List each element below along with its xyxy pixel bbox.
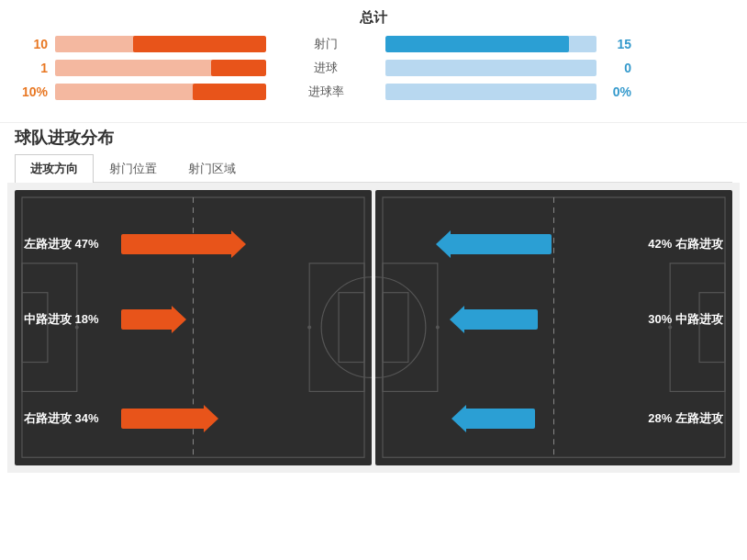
left-pitch-panel: 左路进攻 47% 中路进攻 18% 右路进攻 34% <box>15 190 372 465</box>
stats-label-rate: 进球率 <box>266 84 385 100</box>
stats-label-shots: 射门 <box>266 36 385 52</box>
bar-bg-right-rate <box>385 84 596 100</box>
left-panel-row-1: 左路进攻 47% <box>15 234 372 254</box>
stats-label-goals: 进球 <box>266 60 385 76</box>
bar-bg-left-rate <box>55 84 266 100</box>
bar-bg-right-goals <box>385 60 596 76</box>
left-goals-value: 1 <box>20 61 48 75</box>
stats-row-goals: 1 进球 0 <box>18 60 729 76</box>
arrow-orange-3 <box>121 409 204 429</box>
right-arrow-2 <box>464 309 543 330</box>
left-label-1: 左路进攻 47% <box>15 236 116 252</box>
bar-bg-right-shots <box>385 36 596 52</box>
tab-attack-direction[interactable]: 进攻方向 <box>15 154 94 183</box>
right-shots-value: 15 <box>604 37 631 51</box>
tab-shot-zone[interactable]: 射门区域 <box>173 154 251 183</box>
attack-section: 球队进攻分布 进攻方向 射门位置 射门区域 <box>0 123 747 480</box>
left-rate-value: 10% <box>20 84 48 99</box>
stats-row-shots: 10 射门 15 <box>18 36 729 52</box>
arrow-blue-3 <box>466 409 535 429</box>
stats-row-rate: 10% 进球率 0% <box>18 84 729 100</box>
bar-right-wrap-rate: 0% <box>385 84 633 100</box>
left-label-2: 中路进攻 18% <box>15 311 116 328</box>
bar-fill-left-shots <box>133 36 266 52</box>
stats-section: 总计 10 射门 15 1 <box>0 0 747 122</box>
right-label-1: 42% 右路进攻 <box>631 236 732 252</box>
tab-shot-position[interactable]: 射门位置 <box>94 154 173 183</box>
label-goals: 进球 <box>309 60 342 76</box>
tabs-bar: 进攻方向 射门位置 射门区域 <box>15 154 732 183</box>
right-panel-row-1: 42% 右路进攻 <box>375 234 732 254</box>
bar-fill-left-rate <box>193 84 266 100</box>
bar-bg-left-goals <box>55 60 266 76</box>
left-panel-row-3: 右路进攻 34% <box>15 409 372 429</box>
bar-left-wrap-rate: 10% <box>18 84 266 100</box>
bar-left-wrap-goals: 1 <box>18 60 266 76</box>
right-label-3: 28% 左路进攻 <box>631 410 732 427</box>
bar-fill-left-goals <box>211 60 266 76</box>
left-panel-row-2: 中路进攻 18% <box>15 309 372 330</box>
right-panel-row-3: 28% 左路进攻 <box>375 409 732 429</box>
pitch-container: 左路进攻 47% 中路进攻 18% 右路进攻 34% <box>7 183 740 473</box>
right-goals-value: 0 <box>604 61 631 75</box>
right-label-2: 30% 中路进攻 <box>631 311 732 328</box>
label-shots: 射门 <box>309 36 342 52</box>
right-panel-row-2: 30% 中路进攻 <box>375 309 732 330</box>
arrow-blue-2 <box>464 309 538 330</box>
right-pitch-panel: 42% 右路进攻 30% 中路进攻 28% 左路进攻 <box>375 190 732 465</box>
arrow-orange-2 <box>121 309 172 330</box>
bar-left-wrap-shots: 10 <box>18 36 266 52</box>
right-arrow-3 <box>466 409 541 429</box>
attack-title: 球队进攻分布 <box>7 123 740 154</box>
left-arrow-1 <box>116 234 231 254</box>
left-arrow-2 <box>116 309 172 330</box>
arrow-orange-1 <box>121 234 231 254</box>
right-arrow-1 <box>451 234 557 254</box>
bar-right-wrap-shots: 15 <box>385 36 633 52</box>
bar-right-wrap-goals: 0 <box>385 60 633 76</box>
label-rate: 进球率 <box>308 84 344 100</box>
stats-title: 总计 <box>18 9 729 27</box>
bar-bg-left-shots <box>55 36 266 52</box>
arrow-blue-1 <box>451 234 552 254</box>
right-rate-value: 0% <box>604 84 631 99</box>
left-label-3: 右路进攻 34% <box>15 410 116 427</box>
left-shots-value: 10 <box>20 37 48 51</box>
bar-fill-right-shots <box>385 36 569 52</box>
left-arrow-3 <box>116 409 204 429</box>
